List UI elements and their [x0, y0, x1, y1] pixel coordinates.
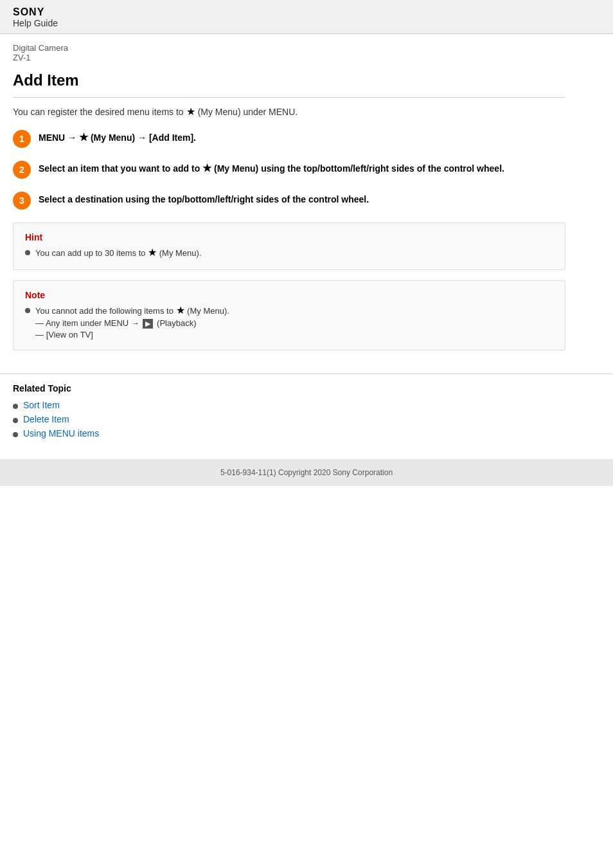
- playback-icon: ▶: [143, 319, 153, 329]
- related-link-1[interactable]: Sort Item: [23, 400, 60, 410]
- breadcrumb-line2: ZV-1: [13, 53, 600, 62]
- step-2-number: 2: [13, 161, 31, 179]
- note-text-before: You cannot add the following items to: [35, 306, 176, 316]
- hint-star-icon: ★: [148, 248, 157, 258]
- intro-text-before: You can register the desired menu items …: [13, 107, 184, 117]
- hint-text-after: (My Menu).: [157, 248, 201, 258]
- related-bullet-3: [13, 432, 18, 437]
- breadcrumb: Digital Camera ZV-1: [0, 34, 613, 65]
- step-1-text: MENU → ★ (My Menu) → [Add Item].: [39, 129, 196, 145]
- note-item-text: You cannot add the following items to ★ …: [35, 305, 229, 316]
- step-1: 1 MENU → ★ (My Menu) → [Add Item].: [13, 129, 565, 148]
- guide-label: Help Guide: [13, 18, 600, 28]
- step-3: 3 Select a destination using the top/bot…: [13, 190, 565, 210]
- note-bullet: [25, 308, 30, 313]
- note-box: Note You cannot add the following items …: [13, 280, 565, 350]
- intro-star-icon: ★: [186, 107, 195, 117]
- step-2: 2 Select an item that you want to add to…: [13, 159, 565, 179]
- related-item-3[interactable]: Using MENU items: [13, 428, 600, 439]
- step-2-text: Select an item that you want to add to ★…: [39, 159, 504, 176]
- related-item-1[interactable]: Sort Item: [13, 400, 600, 410]
- note-item-1: You cannot add the following items to ★ …: [25, 305, 553, 316]
- note-sub-playback-label: (Playback): [157, 318, 196, 328]
- step-2-star-icon: ★: [202, 163, 211, 174]
- step-1-number: 1: [13, 130, 31, 148]
- step-1-text-after: (My Menu) → [Add Item].: [88, 132, 196, 143]
- note-star-icon: ★: [176, 305, 185, 316]
- intro-text-after: (My Menu) under MENU.: [198, 107, 298, 117]
- hint-item-text: You can add up to 30 items to ★ (My Menu…: [35, 248, 202, 258]
- brand-logo: SONY: [13, 6, 600, 18]
- note-sub-item-2: [View on TV]: [35, 330, 553, 339]
- related-section: Related Topic Sort Item Delete Item Usin…: [0, 374, 613, 453]
- hint-bullet: [25, 250, 30, 255]
- intro-text: You can register the desired menu items …: [13, 107, 565, 117]
- note-sub-item-1: Any item under MENU → ▶ (Playback): [35, 318, 553, 329]
- step-3-text: Select a destination using the top/botto…: [39, 190, 369, 206]
- note-sub-text-1: Any item under MENU →: [46, 318, 142, 328]
- steps-container: 1 MENU → ★ (My Menu) → [Add Item]. 2 Sel…: [13, 129, 565, 210]
- hint-item-1: You can add up to 30 items to ★ (My Menu…: [25, 248, 553, 258]
- step-2-text-before: Select an item that you want to add to: [39, 163, 202, 174]
- related-title: Related Topic: [13, 383, 600, 393]
- site-header: SONY Help Guide: [0, 0, 613, 34]
- page-title: Add Item: [13, 71, 565, 89]
- related-bullet-2: [13, 418, 18, 423]
- main-content: Add Item You can register the desired me…: [0, 65, 578, 374]
- related-bullet-1: [13, 404, 18, 409]
- note-text-after: (My Menu).: [185, 306, 229, 316]
- related-item-2[interactable]: Delete Item: [13, 414, 600, 424]
- step-1-text-before: MENU →: [39, 132, 79, 143]
- hint-box: Hint You can add up to 30 items to ★ (My…: [13, 222, 565, 270]
- footer: 5-016-934-11(1) Copyright 2020 Sony Corp…: [0, 459, 613, 486]
- hint-text-before: You can add up to 30 items to: [35, 248, 148, 258]
- footer-text: 5-016-934-11(1) Copyright 2020 Sony Corp…: [220, 468, 393, 477]
- hint-title: Hint: [25, 232, 553, 242]
- step-3-number: 3: [13, 192, 31, 210]
- related-link-3[interactable]: Using MENU items: [23, 428, 99, 439]
- breadcrumb-line1: Digital Camera: [13, 43, 600, 53]
- related-link-2[interactable]: Delete Item: [23, 414, 69, 424]
- step-2-text-after: (My Menu) using the top/bottom/left/righ…: [211, 163, 504, 174]
- title-divider: [13, 97, 565, 98]
- note-title: Note: [25, 290, 553, 300]
- step-1-star-icon: ★: [79, 132, 88, 143]
